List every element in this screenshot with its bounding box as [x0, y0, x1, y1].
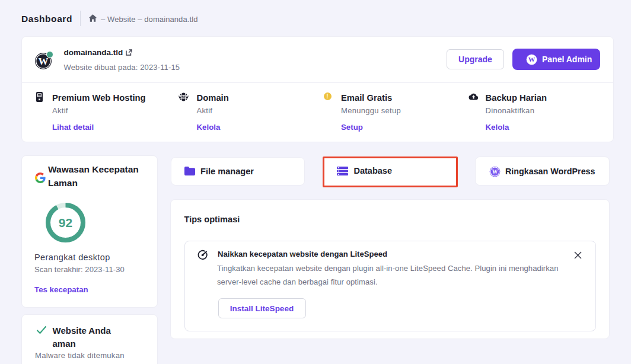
svg-text:W: W: [492, 169, 498, 175]
svg-text:W: W: [528, 56, 536, 63]
svg-text:W: W: [39, 56, 49, 66]
